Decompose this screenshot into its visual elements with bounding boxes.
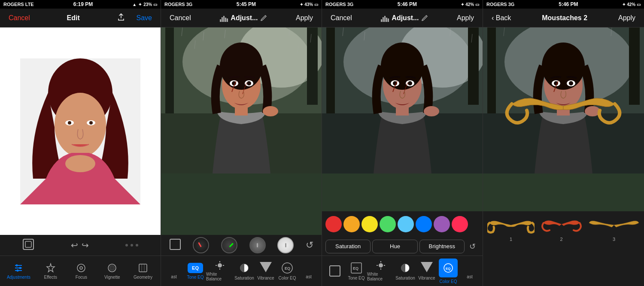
sticker-img-2 <box>540 216 583 235</box>
tone-eq-tool-3[interactable]: EQ Tone EQ <box>346 262 367 280</box>
vignette-tool[interactable]: Vignette <box>101 263 123 280</box>
color-red[interactable] <box>325 216 342 232</box>
time-2: 5:45 PM <box>237 1 256 7</box>
vibrance-icon-3 <box>421 262 433 272</box>
apply-button-3[interactable]: Apply <box>453 12 477 24</box>
save-button[interactable]: Save <box>133 12 155 24</box>
cancel-button-3[interactable]: Cancel <box>327 12 355 24</box>
redo-button[interactable]: ↪ <box>82 240 89 250</box>
cast3-label: ast <box>467 274 472 279</box>
vibrance-tool-3[interactable]: Vibrance <box>416 262 437 280</box>
reset-button-2[interactable]: ↺ <box>306 240 313 251</box>
wb-tool-3[interactable]: White Balance <box>367 261 395 281</box>
toolbar-bottom-2: ast EQ Tone EQ White Balance <box>161 256 322 286</box>
svg-rect-61 <box>383 17 384 22</box>
cancel-button-1[interactable]: Cancel <box>5 12 33 24</box>
svg-text:EQ: EQ <box>353 266 358 271</box>
nav-bar-2: Cancel Adjust... Apply <box>161 9 322 27</box>
frame-svg-2 <box>169 238 181 250</box>
frame-icon[interactable] <box>22 238 34 252</box>
image-area-2 <box>161 27 322 235</box>
svg-point-77 <box>408 81 412 85</box>
sticker-num-3: 3 <box>613 237 615 242</box>
tone-eq-tool[interactable]: EQ Tone EQ <box>185 263 206 280</box>
sticker-item-3[interactable]: 3 <box>588 216 640 242</box>
portrait-svg-1 <box>20 58 140 204</box>
sticker-img-1 <box>487 216 535 235</box>
brightness-tab[interactable]: Brightness <box>419 240 465 253</box>
apply-button-4[interactable]: Apply <box>615 12 639 24</box>
frame-icon-2[interactable] <box>169 238 181 252</box>
carrier-1: ROGERS LTE <box>3 2 34 7</box>
panel-adjust-2: ROGERS 3G 5:46 PM ✦ 42% ▭ Cancel Adjust.… <box>322 0 483 286</box>
color-yellow[interactable] <box>361 216 378 232</box>
cast3-icon <box>465 263 474 273</box>
sat-label-3: Saturation <box>395 276 415 280</box>
dial-dark[interactable] <box>193 237 209 253</box>
svg-point-15 <box>19 267 21 269</box>
portrait-svg-4 <box>483 27 644 173</box>
status-bar-4: ROGERS 3G 5:46 PM ✦ 42% ▭ <box>483 0 644 9</box>
saturation-tool[interactable]: Saturation <box>234 262 255 280</box>
color-eq-active-tool[interactable]: EQ Color EQ <box>437 259 459 284</box>
svg-rect-26 <box>220 19 221 22</box>
sticker-item-2[interactable]: 2 <box>539 216 584 242</box>
color-pink[interactable] <box>452 216 468 232</box>
dial-white[interactable] <box>277 237 294 253</box>
focus-tool[interactable]: Focus <box>70 263 92 280</box>
sticker-item-1[interactable]: 1 <box>487 216 535 242</box>
battery-1: 23% ▭ <box>143 2 157 7</box>
saturation-tab[interactable]: Saturation <box>325 240 371 253</box>
bottom-bar-1: ↩ ↪ <box>0 235 161 286</box>
dial-gray-2[interactable] <box>249 237 266 253</box>
effects-tool[interactable]: Effects <box>40 263 61 280</box>
frame-tool-3[interactable] <box>324 265 346 277</box>
vignette-label: Vignette <box>104 275 120 280</box>
svg-point-18 <box>77 264 85 272</box>
brush-icon-2 <box>260 15 267 21</box>
toolbar-top-1: ↩ ↪ <box>0 235 161 256</box>
vibrance-label-3: Vibrance <box>418 276 435 280</box>
color-purple[interactable] <box>434 216 450 232</box>
share-button[interactable] <box>113 11 129 25</box>
apply-button-2[interactable]: Apply <box>292 12 316 24</box>
undo-button[interactable]: ↩ <box>71 240 78 250</box>
carrier-3: ROGERS 3G <box>325 2 353 7</box>
cast3-tool[interactable]: ast <box>459 263 480 279</box>
sticker-num-1: 1 <box>510 237 512 242</box>
sticker-row: 1 2 <box>483 211 644 246</box>
color-orange[interactable] <box>343 216 360 232</box>
color-eq-tool[interactable]: EQ Color EQ <box>276 262 298 280</box>
bluetooth-icon-1: ✦ <box>138 2 142 7</box>
location-icon: ▲ <box>132 2 137 7</box>
adjustments-tool[interactable]: Adjustments <box>7 263 30 280</box>
back-button[interactable]: ‹ Back <box>488 12 514 24</box>
dial-indicator <box>198 242 202 247</box>
dial-gray[interactable] <box>221 237 237 253</box>
carrier-4: ROGERS 3G <box>486 2 514 7</box>
svg-rect-36 <box>307 27 318 105</box>
tone-eq-icon-3: EQ <box>350 262 362 274</box>
hue-tab[interactable]: Hue <box>372 240 417 253</box>
color-green[interactable] <box>380 216 396 232</box>
panel-adjust-1: ROGERS 3G 5:45 PM ✦ 43% ▭ Cancel Adjust.… <box>161 0 322 286</box>
color-blue[interactable] <box>416 216 432 232</box>
cast2-tool[interactable]: ast <box>298 263 319 279</box>
svg-point-100 <box>542 43 585 90</box>
adjustments-label: Adjustments <box>7 275 30 280</box>
white-balance-tool[interactable]: White Balance <box>206 261 234 281</box>
focus-label: Focus <box>76 275 87 280</box>
svg-rect-97 <box>629 27 640 105</box>
cast-tool[interactable]: ast <box>163 263 185 279</box>
cancel-button-2[interactable]: Cancel <box>166 12 194 24</box>
svg-rect-96 <box>487 27 496 113</box>
geometry-tool[interactable]: Geometry <box>132 263 154 280</box>
color-cyan[interactable] <box>398 216 414 232</box>
dot-2 <box>131 244 133 246</box>
color-eq-label-3: Color EQ <box>439 279 457 284</box>
svg-rect-52 <box>170 239 180 249</box>
reset-icon-3[interactable]: ↺ <box>466 240 479 253</box>
status-left-1: ROGERS LTE <box>3 2 34 7</box>
vibrance-tool[interactable]: Vibrance <box>255 262 276 280</box>
sat-tool-3[interactable]: Saturation <box>395 262 416 280</box>
